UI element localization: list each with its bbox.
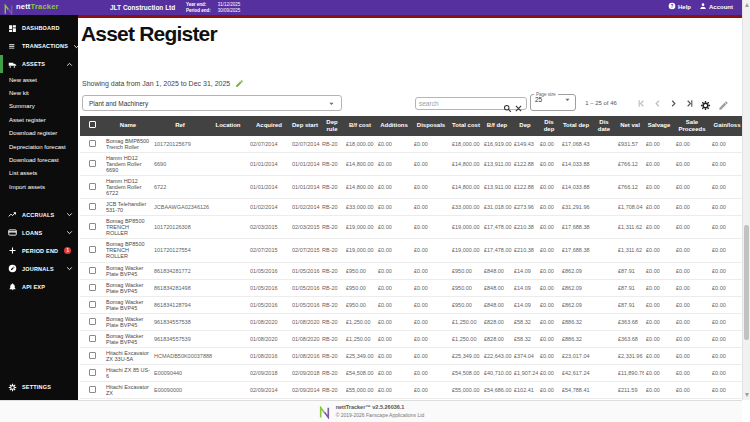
row-checkbox[interactable] [89,203,96,210]
sidebar-item-transactions[interactable]: TRANSACTIONS [0,37,78,55]
table-row[interactable]: Bomag Wacker Plate BVP4586183428177201/0… [80,262,742,279]
sidebar-subitem-download-forecast[interactable]: Download forecast [0,153,78,166]
sidebar-item-journals[interactable]: JOURNALS [0,260,78,278]
table-row[interactable]: Bomag Wacker Plate BVP4596183455753801/0… [80,313,742,330]
sidebar-subitem-new-kit[interactable]: New kit [0,86,78,99]
cell-dep_rule: RB-20 [320,348,344,365]
account-button[interactable]: Account [699,2,733,11]
cell-salvage: £0.00 [644,313,674,330]
row-checkbox[interactable] [89,284,96,291]
cell-dis_date [592,279,616,296]
sidebar-item-api-exp[interactable]: API EXP [0,278,78,296]
cell-location [208,152,248,175]
row-checkbox[interactable] [89,183,96,190]
table-row[interactable]: Hitachi ZX 85 US-6E0009044002/09/201802/… [80,365,742,382]
edit-table-pencil-icon[interactable] [718,97,729,108]
column-header-additions[interactable]: Additions [376,116,412,136]
column-header-gain_loss[interactable]: Gain/loss [710,116,742,136]
clear-search-icon[interactable] [514,99,523,108]
cell-bf_dep: £22,643.00 [482,348,512,365]
cell-total_dep: £42,617.24 [560,365,592,382]
cell-ref: HCMADB50K00037888 [152,348,208,365]
table-row[interactable]: Hamm HD12 Tandem Roller 6690669001/01/20… [80,152,742,175]
select-all-checkbox[interactable] [89,121,96,128]
sidebar-item-dashboard[interactable]: DASHBOARD [0,19,78,37]
row-checkbox[interactable] [89,223,96,230]
column-header-dep_start[interactable]: Dep start [290,116,320,136]
row-checkbox[interactable] [89,335,96,342]
table-row[interactable]: Bomag Wacker Plate BVP4586183412879401/0… [80,296,742,313]
cell-additions: £0.00 [376,279,412,296]
column-header-ref[interactable]: Ref [152,116,208,136]
column-header-total_cost[interactable]: Total cost [450,116,482,136]
page-size-select[interactable]: Page size 25 [530,92,576,111]
cell-dep: £14.09 [512,279,538,296]
row-checkbox[interactable] [89,369,96,376]
column-header-net_val[interactable]: Net val [616,116,644,136]
sidebar-subitem-depreciation-forecast[interactable]: Depreciation forecast [0,140,78,153]
column-header-acquired[interactable]: Acquired [248,116,290,136]
column-header-bf_dep[interactable]: B/f dep [482,116,512,136]
sidebar-item-settings[interactable]: SETTINGS [0,378,78,396]
column-header-dep[interactable]: Dep [512,116,538,136]
table-row[interactable]: Bomag Wacker Plate BVP4596183455753901/0… [80,330,742,347]
table-settings-gear-icon[interactable] [700,97,711,108]
sidebar-subitem-summary[interactable]: Summary [0,100,78,113]
row-checkbox[interactable] [89,140,96,147]
sidebar-item-accruals[interactable]: ACCRUALS [0,206,78,224]
column-header-name[interactable]: Name [104,116,152,136]
table-row[interactable]: Bomag BP8500 TRENCH ROLLER10172012630802… [80,216,742,239]
category-select[interactable]: Plant and Machinery [82,95,342,111]
table-row[interactable]: Bomag BP8500 TRENCH ROLLER10172012755402… [80,239,742,262]
cell-ref: 861834281498 [152,279,208,296]
row-checkbox[interactable] [89,318,96,325]
row-checkbox[interactable] [89,301,96,308]
scrollbar-thumb[interactable] [744,225,749,340]
scroll-down-arrow-icon[interactable] [745,393,749,397]
sidebar-item-loans[interactable]: LOANS [0,224,78,242]
table-row[interactable]: JCB Telehandler 531-70JCBAAWGA0234612601… [80,199,742,216]
cell-dep_rule: RB-20 [320,239,344,262]
sidebar-item-period-end[interactable]: PERIOD END1 [0,242,78,260]
column-header-bf_cost[interactable]: B/f cost [344,116,376,136]
select-all-header [80,116,104,136]
previous-page-button[interactable] [652,98,663,109]
edit-date-range-icon[interactable] [235,79,244,88]
first-page-button[interactable] [636,98,647,109]
help-button[interactable]: ? Help [668,2,691,11]
next-page-button[interactable] [668,98,679,109]
table-row[interactable]: Hitachi Excavator ZXE0009000002/09/20140… [80,382,742,399]
row-checkbox[interactable] [89,246,96,253]
column-header-location[interactable]: Location [208,116,248,136]
row-checkbox[interactable] [89,386,96,393]
vertical-scrollbar[interactable] [742,0,750,400]
sidebar-subitem-list-assets[interactable]: List assets [0,167,78,180]
sidebar-item-assets[interactable]: ASSETS [0,55,78,73]
row-checkbox[interactable] [89,160,96,167]
search-icon[interactable] [503,99,512,108]
sidebar-subitem-new-asset[interactable]: New asset [0,73,78,86]
cell-sale_proceeds: £0.00 [674,279,710,296]
scroll-up-arrow-icon[interactable] [745,3,749,7]
search-input[interactable] [419,100,501,107]
column-header-dep_rule[interactable]: Dep rule [320,116,344,136]
column-header-dis_dep[interactable]: Dis dep [538,116,560,136]
table-row[interactable]: Hitachi Excavator ZX 33U-5AHCMADB50K0003… [80,348,742,365]
cell-salvage: £0.00 [644,136,674,153]
row-checkbox[interactable] [89,352,96,359]
last-page-button[interactable] [684,98,695,109]
table-row[interactable]: Bomag Wacker Plate BVP4586183428149801/0… [80,279,742,296]
table-row[interactable]: Hamm HD12 Tandem Roller 6722672201/01/20… [80,176,742,199]
sidebar-subitem-download-register[interactable]: Download register [0,127,78,140]
column-header-dis_date[interactable]: Dis date [592,116,616,136]
column-header-total_dep[interactable]: Total dep [560,116,592,136]
sidebar-subitem-asset-register[interactable]: Asset register [0,113,78,126]
column-header-sale_proceeds[interactable]: Sale Proceeds [674,116,710,136]
sidebar-subitem-import-assets[interactable]: Import assets [0,180,78,193]
row-checkbox[interactable] [89,267,96,274]
cell-additions: £0.00 [376,348,412,365]
table-row[interactable]: Bomag BMP8500 Trench Roller1017201256790… [80,136,742,153]
column-header-salvage[interactable]: Salvage [644,116,674,136]
app-logo[interactable]: nettTracker [3,1,59,12]
column-header-disposals[interactable]: Disposals [412,116,450,136]
